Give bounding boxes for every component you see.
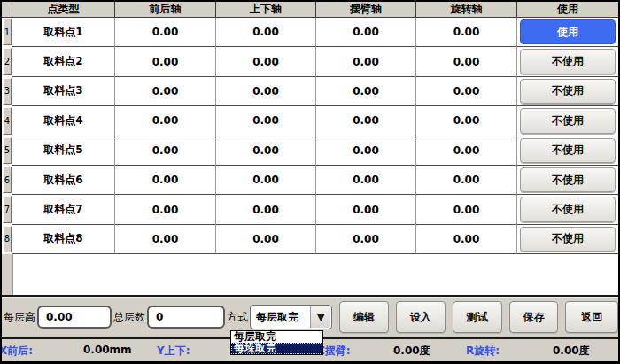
row-number: 8 — [3, 226, 12, 252]
mode-label: 方式 — [227, 310, 248, 325]
status-z-value: 0.00度 — [393, 344, 430, 359]
cell-up-down[interactable]: 0.00 — [216, 47, 316, 76]
total-layers-label: 总层数 — [113, 310, 145, 325]
use-toggle-button[interactable]: 不使用 — [520, 197, 616, 221]
row-number: 3 — [3, 78, 12, 105]
cell-rotate[interactable]: 0.00 — [416, 77, 517, 106]
point-teach-screen: 点类型 前后轴 上下轴 摆臂轴 旋转轴 使用 1 取料点1 0.00 0.00 … — [0, 0, 620, 364]
cell-front-back[interactable]: 0.00 — [115, 106, 216, 136]
edit-button[interactable]: 编辑 — [339, 301, 389, 333]
cell-swing[interactable]: 0.00 — [316, 18, 416, 47]
layer-height-label: 每层高 — [4, 310, 35, 325]
use-toggle-button[interactable]: 不使用 — [520, 108, 616, 133]
status-r-value: 0.00度 — [553, 344, 590, 359]
save-button[interactable]: 保存 — [509, 301, 559, 333]
mode-option[interactable]: 每层取完 — [231, 331, 322, 343]
cell-front-back[interactable]: 0.00 — [115, 18, 216, 47]
cell-up-down[interactable]: 0.00 — [216, 195, 316, 224]
header-swing-axis: 摆臂轴 — [316, 2, 416, 18]
cell-point-type[interactable]: 取料点2 — [12, 47, 115, 76]
cell-point-type[interactable]: 取料点8 — [12, 225, 115, 254]
cell-up-down[interactable]: 0.00 — [216, 77, 316, 106]
status-y-label: Y上下: — [157, 344, 190, 359]
cell-front-back[interactable]: 0.00 — [115, 77, 216, 106]
table-empty-area — [2, 254, 618, 295]
layer-height-input[interactable] — [37, 306, 112, 329]
cell-front-back[interactable]: 0.00 — [115, 136, 216, 166]
cell-swing[interactable]: 0.00 — [316, 195, 416, 224]
header-use: 使用 — [517, 2, 618, 18]
cell-rotate[interactable]: 0.00 — [416, 225, 517, 254]
cell-swing[interactable]: 0.00 — [316, 136, 416, 166]
cell-swing[interactable]: 0.00 — [316, 166, 416, 195]
cell-rotate[interactable]: 0.00 — [416, 47, 517, 76]
row-number: 1 — [3, 19, 12, 45]
row-number: 5 — [3, 137, 12, 164]
use-toggle-button[interactable]: 使用 — [520, 19, 616, 44]
header-corner — [2, 2, 12, 18]
cell-up-down[interactable]: 0.00 — [216, 106, 316, 136]
cell-point-type[interactable]: 取料点7 — [12, 195, 115, 224]
table-row: 2 取料点2 0.00 0.00 0.00 0.00 不使用 — [2, 47, 618, 76]
table-row: 5 取料点5 0.00 0.00 0.00 0.00 不使用 — [2, 136, 618, 166]
row-number: 6 — [3, 167, 12, 193]
cell-rotate[interactable]: 0.00 — [416, 18, 517, 47]
test-button[interactable]: 测试 — [453, 301, 502, 333]
cell-up-down[interactable]: 0.00 — [216, 166, 316, 195]
total-layers-input[interactable] — [147, 306, 225, 329]
cell-front-back[interactable]: 0.00 — [115, 225, 216, 254]
cell-up-down[interactable]: 0.00 — [216, 18, 316, 47]
status-x-label: X前后: — [0, 344, 33, 359]
use-toggle-button[interactable]: 不使用 — [520, 49, 616, 74]
use-toggle-button[interactable]: 不使用 — [520, 227, 616, 252]
row-gutter-strip — [2, 254, 13, 295]
mode-option-highlighted[interactable]: 每垛取完 — [231, 343, 322, 354]
table-row: 7 取料点7 0.00 0.00 0.00 0.00 不使用 — [2, 195, 618, 224]
mode-dropdown[interactable]: 每层取完 ▼ — [250, 305, 332, 329]
table-row: 1 取料点1 0.00 0.00 0.00 0.00 使用 — [2, 18, 618, 47]
mode-dropdown-value: 每层取完 — [251, 310, 298, 325]
cell-rotate[interactable]: 0.00 — [416, 136, 517, 166]
cell-point-type[interactable]: 取料点1 — [12, 18, 115, 47]
mode-dropdown-list: 每层取完 每垛取完 — [230, 330, 323, 355]
cell-front-back[interactable]: 0.00 — [115, 47, 216, 76]
cell-point-type[interactable]: 取料点6 — [12, 166, 115, 195]
cell-swing[interactable]: 0.00 — [316, 225, 416, 254]
cell-point-type[interactable]: 取料点5 — [12, 136, 115, 166]
back-button[interactable]: 返回 — [565, 301, 618, 333]
row-number: 4 — [3, 107, 12, 134]
cell-point-type[interactable]: 取料点3 — [12, 77, 115, 106]
header-point-type: 点类型 — [12, 2, 115, 18]
cell-front-back[interactable]: 0.00 — [115, 195, 216, 224]
cell-up-down[interactable]: 0.00 — [216, 225, 316, 254]
cell-swing[interactable]: 0.00 — [316, 77, 416, 106]
table-row: 4 取料点4 0.00 0.00 0.00 0.00 不使用 — [2, 106, 618, 136]
table-row: 3 取料点3 0.00 0.00 0.00 0.00 不使用 — [2, 77, 618, 106]
status-x-value: 0.00mm — [83, 344, 132, 356]
cell-rotate[interactable]: 0.00 — [416, 195, 517, 224]
use-toggle-button[interactable]: 不使用 — [520, 79, 616, 104]
table-row: 8 取料点8 0.00 0.00 0.00 0.00 不使用 — [2, 225, 618, 254]
row-number: 7 — [3, 196, 12, 222]
cell-rotate[interactable]: 0.00 — [416, 106, 517, 136]
row-number: 2 — [3, 48, 12, 74]
header-rotate-axis: 旋转轴 — [416, 2, 517, 18]
status-r-label: R旋转: — [466, 344, 500, 359]
chevron-down-icon[interactable]: ▼ — [310, 306, 330, 328]
cell-point-type[interactable]: 取料点4 — [12, 106, 115, 136]
use-toggle-button[interactable]: 不使用 — [520, 138, 616, 163]
cell-swing[interactable]: 0.00 — [316, 106, 416, 136]
cell-front-back[interactable]: 0.00 — [115, 166, 216, 195]
cell-up-down[interactable]: 0.00 — [216, 136, 316, 166]
set-button[interactable]: 设入 — [396, 301, 446, 333]
use-toggle-button[interactable]: 不使用 — [520, 167, 616, 192]
cell-swing[interactable]: 0.00 — [316, 47, 416, 76]
header-front-back-axis: 前后轴 — [115, 2, 216, 18]
table-row: 6 取料点6 0.00 0.00 0.00 0.00 不使用 — [2, 166, 618, 195]
header-up-down-axis: 上下轴 — [216, 2, 316, 18]
cell-rotate[interactable]: 0.00 — [416, 166, 517, 195]
table-header: 点类型 前后轴 上下轴 摆臂轴 旋转轴 使用 — [2, 2, 618, 18]
